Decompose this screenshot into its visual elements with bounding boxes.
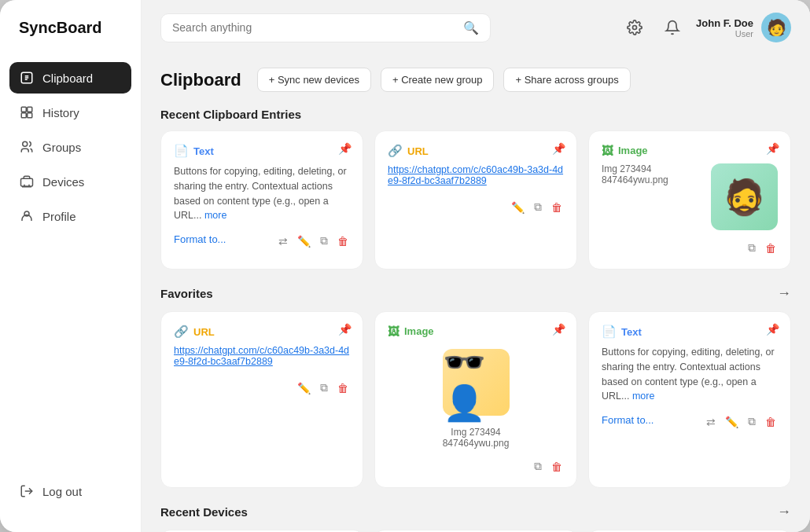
copy-icon-url[interactable]: ⧉: [532, 199, 543, 215]
favorites-grid: 🔗 URL 📌 https://chatgpt.com/c/c60ac49b-3…: [160, 311, 791, 488]
content-area: Clipboard + Sync new devices + Create ne…: [142, 55, 810, 532]
fav-url-type-icon: 🔗: [174, 325, 189, 339]
fav-image-type-icon: 🖼: [388, 325, 399, 338]
fav-copy-icon-image[interactable]: ⧉: [532, 458, 543, 475]
sidebar-profile-label: Profile: [42, 210, 76, 223]
recent-entries-section: Recent Clipboard Entries 📄 Text 📌 Button…: [160, 108, 791, 270]
recent-url-card: 🔗 URL 📌 https://chatgpt.com/c/c60ac49b-3…: [374, 130, 577, 270]
fav-transform-icon[interactable]: ⇄: [705, 414, 717, 430]
url-type-label: URL: [407, 145, 429, 157]
sync-devices-button[interactable]: + Sync new devices: [257, 68, 371, 92]
card-more-text[interactable]: more: [204, 210, 226, 221]
pin-icon-text[interactable]: 📌: [338, 142, 352, 155]
search-icon: 🔍: [463, 20, 479, 35]
create-group-button[interactable]: + Create new group: [381, 68, 495, 92]
fav-copy-icon-url[interactable]: ⧉: [318, 380, 330, 396]
copy-icon-text[interactable]: ⧉: [318, 233, 330, 249]
fav-url-type-label: URL: [193, 326, 215, 338]
image-type-icon: 🖼: [602, 144, 613, 157]
pin-icon-image[interactable]: 📌: [766, 142, 779, 155]
copy-icon-image[interactable]: ⧉: [746, 240, 757, 256]
recent-image-card: 🖼 Image 📌 Img 273494 847464ywu.png 🧔: [588, 130, 791, 270]
fav-image-preview: 🕶️👤: [443, 349, 510, 416]
recent-entries-grid: 📄 Text 📌 Buttons for copying, editing, d…: [160, 130, 791, 270]
fav-pin-icon-text[interactable]: 📌: [766, 323, 779, 336]
logout-button[interactable]: Log out: [9, 475, 131, 507]
fav-url-link[interactable]: https://chatgpt.com/c/c60ac49b-3a3d-4de9…: [174, 345, 350, 367]
fav-card-type-label: Text: [621, 326, 642, 338]
img-file: 847464ywu.png: [602, 174, 668, 185]
fav-url-card: 🔗 URL 📌 https://chatgpt.com/c/c60ac49b-3…: [160, 311, 363, 488]
image-info: Img 273494 847464ywu.png: [602, 163, 668, 185]
sidebar-devices-label: Devices: [42, 175, 84, 189]
img-name: Img 273494: [602, 163, 668, 174]
fav-card-actions-text: ⇄ ✏️ ⧉ 🗑: [705, 413, 778, 430]
fav-pin-icon-url[interactable]: 📌: [338, 323, 352, 336]
text-type-icon: 📄: [174, 144, 189, 158]
card-actions-url: ✏️ ⧉ 🗑: [388, 199, 564, 215]
svg-rect-2: [28, 107, 32, 112]
notifications-button[interactable]: [658, 13, 687, 42]
fav-card-type-url: 🔗 URL: [174, 325, 350, 339]
fav-delete-icon-url[interactable]: 🗑: [336, 380, 350, 396]
fav-edit-icon-text[interactable]: ✏️: [723, 414, 740, 430]
fav-pin-icon-image[interactable]: 📌: [552, 323, 565, 336]
fav-card-more[interactable]: more: [632, 391, 654, 402]
fav-text-type-icon: 📄: [602, 325, 617, 339]
fav-delete-icon-text[interactable]: 🗑: [764, 414, 778, 430]
favorites-header: Favorites →: [160, 285, 791, 302]
recent-entries-title: Recent Clipboard Entries: [160, 108, 301, 121]
format-button-text[interactable]: Format to...: [174, 233, 226, 245]
share-groups-button[interactable]: + Share across groups: [503, 68, 630, 92]
fav-image-card: 🖼 Image 📌 🕶️👤 Img 273494 847464ywu.png ⧉…: [374, 311, 577, 488]
fav-card-actions-url: ✏️ ⧉ 🗑: [174, 380, 350, 396]
search-bar: 🔍: [160, 13, 491, 42]
edit-icon-text[interactable]: ✏️: [296, 233, 312, 249]
fav-card-type-image: 🖼 Image: [388, 325, 564, 338]
delete-icon-text[interactable]: 🗑: [336, 233, 350, 249]
search-input[interactable]: [172, 21, 457, 34]
pin-icon-url[interactable]: 📌: [552, 142, 565, 155]
edit-icon-url[interactable]: ✏️: [510, 200, 526, 215]
app-logo: SyncBoard: [0, 19, 141, 62]
favorites-section: Favorites → 🔗 URL 📌 https://chatgpt.com/…: [160, 285, 791, 488]
sidebar-item-history[interactable]: History: [9, 97, 131, 128]
sidebar-item-profile[interactable]: Profile: [9, 200, 131, 232]
delete-icon-image[interactable]: 🗑: [764, 240, 778, 256]
main-area: 🔍 John F. Doe User 🧑: [142, 0, 810, 532]
devices-arrow[interactable]: →: [777, 504, 791, 520]
favorites-arrow[interactable]: →: [777, 285, 791, 302]
sidebar-item-groups[interactable]: Groups: [9, 131, 131, 163]
page-header: Clipboard + Sync new devices + Create ne…: [160, 68, 791, 92]
svg-rect-4: [28, 113, 32, 118]
profile-icon: [19, 208, 35, 224]
fav-img-file: 847464ywu.png: [388, 438, 564, 449]
sidebar-item-devices[interactable]: Devices: [9, 166, 131, 197]
fav-format-button[interactable]: Format to...: [602, 414, 654, 426]
devices-title: Recent Devices: [160, 505, 248, 519]
fav-card-content-text: Buttons for copying, editing, deleting, …: [602, 345, 778, 404]
user-name: John F. Doe: [696, 17, 753, 29]
url-link[interactable]: https://chatgpt.com/c/c60ac49b-3a3d-4de9…: [388, 164, 564, 186]
image-card-inner: Img 273494 847464ywu.png 🧔: [602, 163, 778, 230]
fav-image-type-label: Image: [404, 325, 434, 337]
fav-delete-icon-image[interactable]: 🗑: [550, 459, 564, 475]
card-type-text: 📄 Text: [174, 144, 350, 158]
devices-section: Recent Devices → Work Laptop (Windows 10…: [160, 504, 791, 532]
fav-card-type-text: 📄 Text: [602, 325, 778, 339]
transform-icon[interactable]: ⇄: [277, 233, 289, 249]
image-preview: 🧔: [711, 163, 778, 230]
user-role: User: [696, 29, 753, 39]
card-type-url: 🔗 URL: [388, 144, 564, 158]
settings-button[interactable]: [620, 13, 649, 42]
svg-rect-6: [21, 178, 33, 186]
fav-edit-icon-url[interactable]: ✏️: [296, 380, 312, 396]
sidebar-item-clipboard[interactable]: Clipboard: [9, 62, 131, 94]
header: 🔍 John F. Doe User 🧑: [142, 0, 810, 55]
user-info[interactable]: John F. Doe User 🧑: [696, 13, 791, 42]
sidebar-logout-section: Log out: [0, 475, 141, 513]
avatar: 🧑: [761, 13, 791, 42]
fav-copy-icon-text[interactable]: ⧉: [746, 413, 757, 430]
logout-icon: [19, 483, 35, 499]
delete-icon-url[interactable]: 🗑: [550, 200, 564, 215]
